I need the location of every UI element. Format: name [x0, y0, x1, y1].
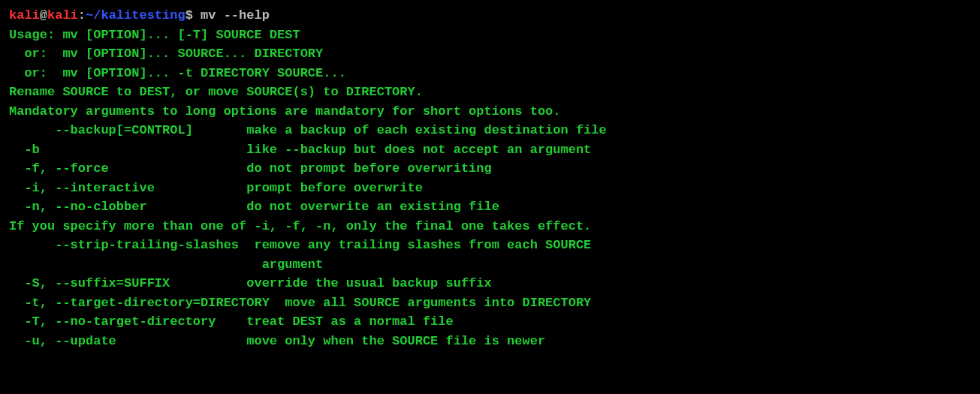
- output-line: -u, --update move only when the SOURCE f…: [9, 332, 971, 351]
- output-line: Rename SOURCE to DEST, or move SOURCE(s)…: [9, 83, 971, 102]
- terminal-prompt-line[interactable]: kali@kali:~/kalitesting$ mv --help: [9, 6, 971, 26]
- prompt-host: kali: [47, 8, 78, 23]
- prompt-colon: :: [78, 8, 86, 23]
- output-line: -t, --target-directory=DIRECTORY move al…: [9, 293, 971, 313]
- output-line: Usage: mv [OPTION]... [-T] SOURCE DEST: [9, 26, 971, 45]
- output-line: -f, --force do not prompt before overwri…: [9, 159, 971, 179]
- prompt-command: mv --help: [201, 8, 270, 23]
- output-line: or: mv [OPTION]... -t DIRECTORY SOURCE..…: [9, 64, 971, 83]
- output-line: -i, --interactive prompt before overwrit…: [9, 179, 971, 198]
- output-line: --backup[=CONTROL] make a backup of each…: [9, 121, 971, 140]
- output-line: If you specify more than one of -i, -f, …: [9, 217, 971, 236]
- output-line: -b like --backup but does not accept an …: [9, 140, 971, 160]
- output-line: Mandatory arguments to long options are …: [9, 102, 971, 122]
- prompt-user: kali: [9, 8, 40, 23]
- output-line: or: mv [OPTION]... SOURCE... DIRECTORY: [9, 44, 971, 64]
- output-line: -n, --no-clobber do not overwrite an exi…: [9, 197, 971, 217]
- output-line: -T, --no-target-directory treat DEST as …: [9, 312, 971, 332]
- prompt-dollar: $: [185, 8, 201, 23]
- output-line: --strip-trailing-slashes remove any trai…: [9, 236, 971, 255]
- prompt-at: @: [40, 8, 47, 23]
- output-line: argument: [9, 255, 971, 275]
- output-line: -S, --suffix=SUFFIX override the usual b…: [9, 274, 971, 293]
- prompt-path: ~/kalitesting: [86, 8, 185, 23]
